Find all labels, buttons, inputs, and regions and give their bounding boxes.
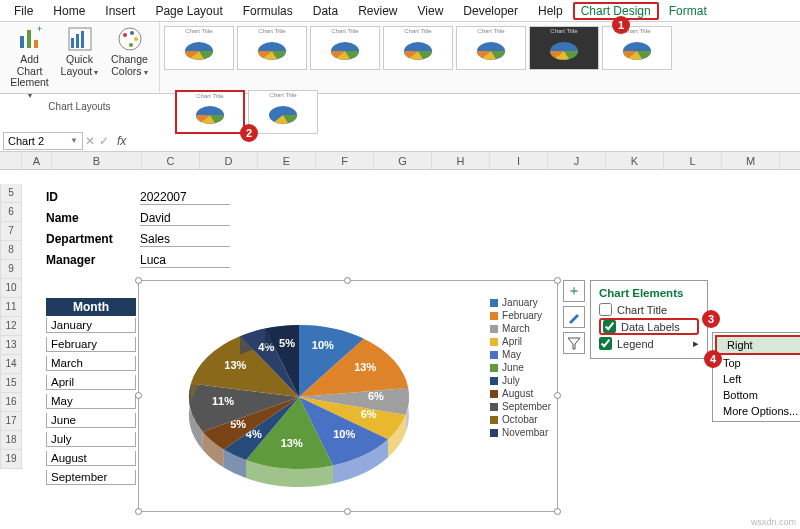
funnel-icon <box>567 336 581 350</box>
month-cell[interactable]: February <box>46 337 136 352</box>
tab-view[interactable]: View <box>408 2 454 20</box>
svg-point-11 <box>134 37 138 41</box>
quick-layout-button[interactable]: Quick Layout ▾ <box>58 26 102 101</box>
chevron-down-icon: ▼ <box>70 136 78 145</box>
svg-point-9 <box>123 33 127 37</box>
tab-data[interactable]: Data <box>303 2 348 20</box>
chart-legend: JanuaryFebruaryMarchAprilMayJuneJulyAugu… <box>490 295 551 440</box>
chart-style-thumb[interactable]: Chart Title <box>237 26 307 70</box>
row-headers[interactable]: 5678910111213141516171819 <box>0 184 22 469</box>
svg-text:11%: 11% <box>212 395 234 407</box>
add-chart-element-button[interactable]: + Add Chart Element ▾ <box>8 26 52 101</box>
chart-style-thumb[interactable]: Chart Title <box>310 26 380 70</box>
id-label: ID <box>46 190 58 204</box>
tab-home[interactable]: Home <box>43 2 95 20</box>
legend-right[interactable]: Right <box>715 335 800 355</box>
svg-rect-5 <box>71 38 74 48</box>
chart-style-thumb[interactable]: Chart Title <box>164 26 234 70</box>
chart-styles-button[interactable] <box>563 306 585 328</box>
svg-text:10%: 10% <box>312 339 334 351</box>
chevron-right-icon: ▸ <box>693 337 699 350</box>
legend-left[interactable]: Left <box>713 371 800 387</box>
chart-style-thumb[interactable]: Chart Title <box>248 90 318 134</box>
tab-review[interactable]: Review <box>348 2 407 20</box>
dept-value[interactable]: Sales <box>140 232 230 247</box>
tab-formulas[interactable]: Formulas <box>233 2 303 20</box>
ribbon-tabs: File Home Insert Page Layout Formulas Da… <box>0 0 800 22</box>
id-value[interactable]: 2022007 <box>140 190 230 205</box>
cancel-formula-icon[interactable]: ✕ <box>83 134 97 148</box>
chart-style-thumb[interactable]: Chart Title <box>529 26 599 70</box>
svg-text:6%: 6% <box>361 408 377 420</box>
svg-rect-0 <box>20 36 24 48</box>
chart-title-checkbox[interactable]: Chart Title <box>599 303 699 316</box>
column-headers[interactable]: ABCDEFGHIJKLM <box>0 152 800 170</box>
mgr-label: Manager <box>46 253 95 267</box>
chart-elements-title: Chart Elements <box>599 287 699 299</box>
chart-style-thumb[interactable]: Chart Title <box>602 26 672 70</box>
chart-elements-button[interactable]: ＋ <box>563 280 585 302</box>
legend-checkbox[interactable]: Legend▸ <box>599 337 699 350</box>
callout-2: 2 <box>240 124 258 142</box>
month-cell[interactable]: September <box>46 470 136 485</box>
tab-page-layout[interactable]: Page Layout <box>145 2 232 20</box>
month-cell[interactable]: July <box>46 432 136 447</box>
legend-top[interactable]: Top <box>713 355 800 371</box>
chart-styles-gallery[interactable]: Chart TitleChart TitleChart TitleChart T… <box>160 22 720 93</box>
ribbon-group-chart-layouts: + Add Chart Element ▾ Quick Layout ▾ Cha… <box>0 22 160 93</box>
name-label: Name <box>46 211 79 225</box>
callout-3: 3 <box>702 310 720 328</box>
tab-developer[interactable]: Developer <box>453 2 528 20</box>
month-cell[interactable]: June <box>46 413 136 428</box>
tab-help[interactable]: Help <box>528 2 573 20</box>
pie-chart: 10%13%6%6%10%13%4%5%11%13%4%5% <box>149 287 449 507</box>
chart-style-thumb[interactable]: Chart Title <box>383 26 453 70</box>
svg-text:6%: 6% <box>368 390 384 402</box>
svg-rect-2 <box>34 40 38 48</box>
svg-text:+: + <box>37 26 42 34</box>
chart-style-thumb[interactable]: Chart Title <box>175 90 245 134</box>
svg-text:13%: 13% <box>224 359 246 371</box>
ribbon-group-label: Chart Layouts <box>48 101 110 112</box>
svg-rect-7 <box>81 31 84 48</box>
svg-point-10 <box>130 31 134 35</box>
month-cell[interactable]: May <box>46 394 136 409</box>
formula-bar: Chart 2▼ ✕ ✓ fx <box>0 130 800 152</box>
month-header: Month <box>46 298 136 316</box>
svg-text:13%: 13% <box>281 437 303 449</box>
svg-rect-6 <box>76 34 79 48</box>
legend-more-options[interactable]: More Options... <box>713 403 800 419</box>
month-cell[interactable]: March <box>46 356 136 371</box>
data-labels-checkbox[interactable]: Data Labels <box>599 318 699 335</box>
month-cell[interactable]: August <box>46 451 136 466</box>
callout-4: 4 <box>704 350 722 368</box>
svg-rect-1 <box>27 30 31 48</box>
callout-1: 1 <box>612 16 630 34</box>
name-value[interactable]: David <box>140 211 230 226</box>
change-colors-button[interactable]: Change Colors ▾ <box>108 26 152 101</box>
watermark: wsxdn.com <box>751 517 796 527</box>
embedded-chart[interactable]: 10%13%6%6%10%13%4%5%11%13%4%5% JanuaryFe… <box>138 280 558 512</box>
month-cell[interactable]: January <box>46 318 136 333</box>
chart-style-thumb[interactable]: Chart Title <box>456 26 526 70</box>
add-chart-element-icon: + <box>17 26 43 52</box>
tab-insert[interactable]: Insert <box>95 2 145 20</box>
dept-label: Department <box>46 232 113 246</box>
quick-layout-icon <box>67 26 93 52</box>
tab-file[interactable]: File <box>4 2 43 20</box>
mgr-value[interactable]: Luca <box>140 253 230 268</box>
tab-format[interactable]: Format <box>659 2 717 20</box>
svg-text:10%: 10% <box>333 428 355 440</box>
chart-elements-panel: Chart Elements Chart Title Data Labels L… <box>590 280 708 359</box>
svg-point-12 <box>129 43 133 47</box>
legend-position-menu: Right Top Left Bottom More Options... <box>712 332 800 422</box>
svg-text:13%: 13% <box>354 361 376 373</box>
brush-icon <box>567 310 581 324</box>
chart-filters-button[interactable] <box>563 332 585 354</box>
name-box[interactable]: Chart 2▼ <box>3 132 83 150</box>
month-cell[interactable]: April <box>46 375 136 390</box>
enter-formula-icon[interactable]: ✓ <box>97 134 111 148</box>
fx-icon[interactable]: fx <box>117 134 126 148</box>
svg-text:5%: 5% <box>279 337 295 349</box>
legend-bottom[interactable]: Bottom <box>713 387 800 403</box>
